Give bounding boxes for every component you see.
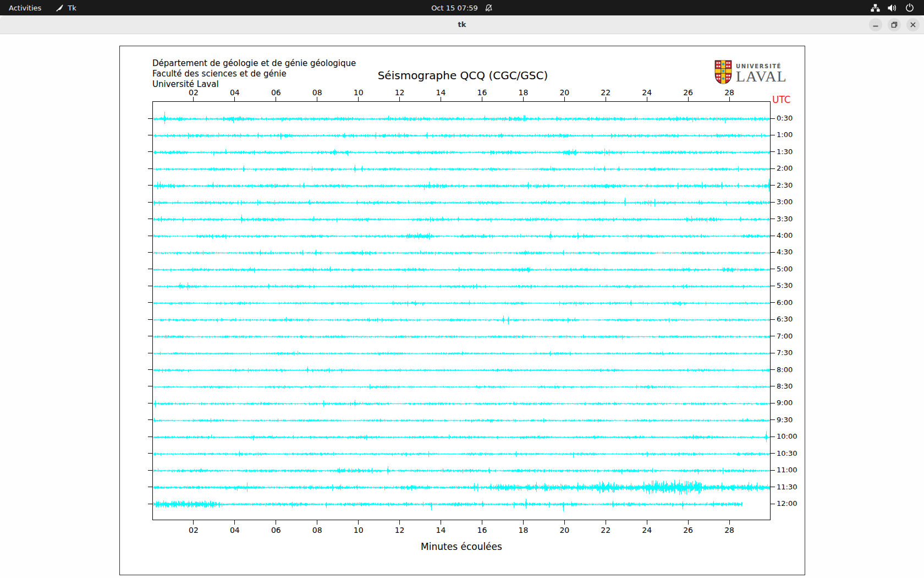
gnome-top-bar: Activities Tk Oct 15 07:59 (0, 0, 924, 15)
x-tick-top (564, 97, 565, 101)
x-tick-top (358, 97, 359, 101)
utc-time-label: 10:30 (777, 450, 797, 457)
minimize-button[interactable] (869, 18, 882, 31)
utc-axis-label: UTC (772, 94, 791, 105)
close-icon (906, 18, 920, 31)
x-tick-bottom (729, 520, 730, 525)
row-tick-left (148, 168, 152, 169)
x-tick-top (482, 97, 482, 101)
power-icon (905, 3, 914, 12)
x-tick-label-bottom: 06 (268, 526, 284, 535)
row-tick-left (148, 135, 152, 135)
row-tick-left (148, 252, 152, 253)
x-tick-label-bottom: 16 (474, 526, 490, 535)
utc-time-label: 11:30 (777, 483, 797, 491)
x-tick-bottom (193, 520, 194, 525)
x-tick-top (441, 97, 441, 101)
x-tick-label-top: 24 (639, 88, 655, 97)
clock-text: Oct 15 07:59 (431, 4, 478, 12)
x-tick-label-bottom: 14 (433, 526, 449, 535)
row-tick-left (148, 151, 152, 152)
x-tick-label-bottom: 10 (350, 526, 367, 535)
x-tick-top (276, 97, 276, 101)
utc-time-label: 12:00 (777, 500, 797, 508)
row-tick-right (771, 504, 775, 504)
row-tick-left (148, 319, 152, 320)
volume-icon (888, 4, 898, 12)
x-tick-top (688, 97, 689, 101)
x-tick-top (523, 97, 524, 101)
x-tick-bottom (441, 520, 441, 525)
row-tick-left (148, 185, 152, 186)
x-tick-label-bottom: 02 (185, 526, 202, 535)
row-tick-right (771, 487, 775, 487)
row-tick-right (771, 236, 775, 236)
utc-time-label: 3:00 (777, 198, 793, 206)
x-axis-title: Minutes écoulées (152, 541, 771, 552)
maximize-button[interactable] (888, 18, 901, 31)
x-tick-label-top: 22 (597, 88, 614, 97)
row-tick-right (771, 185, 775, 186)
utc-time-label: 7:30 (777, 349, 793, 357)
utc-time-label: 7:00 (777, 332, 793, 340)
row-tick-right (771, 403, 775, 403)
utc-time-label: 9:30 (777, 416, 793, 424)
x-tick-label-bottom: 22 (597, 526, 614, 535)
x-tick-label-bottom: 24 (639, 526, 655, 535)
utc-time-label: 6:00 (777, 299, 793, 307)
row-tick-right (771, 319, 775, 320)
utc-time-label: 5:00 (777, 265, 793, 273)
app-menu-tk[interactable]: Tk (56, 4, 76, 12)
row-tick-left (148, 369, 152, 370)
utc-time-label: 10:00 (777, 433, 797, 440)
x-tick-top (647, 97, 647, 101)
laval-shield-icon (714, 60, 732, 84)
tk-window-body: Département de géologie et de génie géol… (0, 34, 924, 578)
row-tick-left (148, 336, 152, 336)
row-tick-left (148, 219, 152, 219)
row-tick-left (148, 419, 152, 420)
row-tick-left (148, 118, 152, 119)
row-tick-left (148, 269, 152, 269)
row-tick-right (771, 269, 775, 269)
maximize-icon (888, 18, 901, 31)
clock-button[interactable]: Oct 15 07:59 (431, 0, 493, 15)
row-tick-left (148, 302, 152, 303)
app-menu-label: Tk (68, 4, 76, 12)
window-titlebar[interactable]: tk (0, 15, 924, 34)
chart-title: Séismographe QCQ (CGC/GSC) (120, 69, 806, 82)
row-tick-left (148, 470, 152, 471)
x-tick-top (234, 97, 235, 101)
utc-time-label: 0:30 (777, 114, 793, 122)
row-tick-right (771, 302, 775, 303)
activities-button[interactable]: Activities (9, 4, 41, 12)
x-tick-label-top: 06 (268, 88, 284, 97)
row-tick-left (148, 453, 152, 454)
logo-text-laval: LAVAL (736, 69, 787, 84)
row-tick-left (148, 353, 152, 353)
utc-time-label: 9:00 (777, 399, 793, 407)
x-tick-label-top: 12 (392, 88, 408, 97)
utc-time-label: 5:30 (777, 282, 793, 290)
network-wired-icon (871, 4, 880, 12)
row-tick-right (771, 470, 775, 471)
row-tick-right (771, 168, 775, 169)
x-tick-label-top: 04 (227, 88, 243, 97)
row-tick-right (771, 252, 775, 253)
x-tick-label-bottom: 12 (392, 526, 408, 535)
row-tick-left (148, 236, 152, 236)
x-tick-label-bottom: 28 (721, 526, 738, 535)
x-tick-label-top: 08 (309, 88, 326, 97)
row-tick-right (771, 369, 775, 370)
x-tick-label-top: 28 (721, 88, 738, 97)
x-tick-top (729, 97, 730, 101)
close-button[interactable] (906, 18, 920, 31)
row-tick-left (148, 286, 152, 286)
x-tick-bottom (606, 520, 606, 525)
x-tick-label-top: 26 (680, 88, 696, 97)
system-status-area[interactable] (871, 3, 924, 12)
row-tick-left (148, 386, 152, 386)
x-tick-bottom (647, 520, 647, 525)
institution-line-1: Département de géologie et de génie géol… (152, 58, 356, 69)
row-tick-right (771, 135, 775, 135)
